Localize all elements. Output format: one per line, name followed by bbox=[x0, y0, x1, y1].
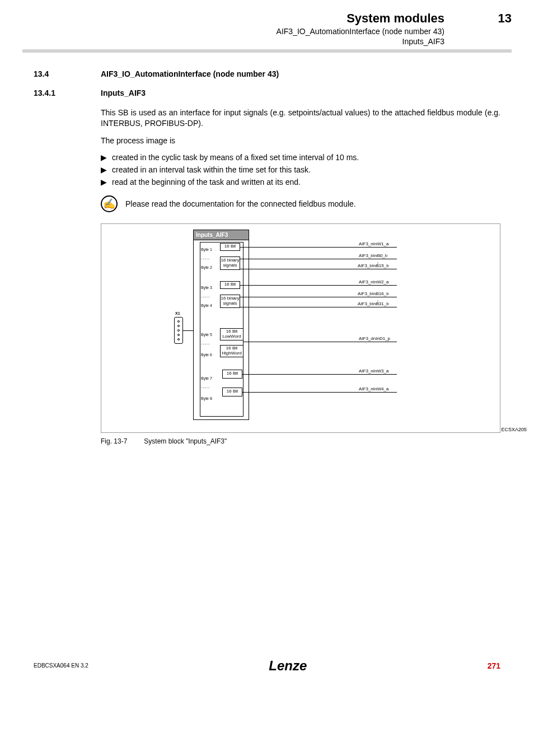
system-block-diagram: X1 Inputs_AIF3 Byte 1 ····· Byte 2 Byte … bbox=[101, 223, 500, 433]
signal-box: 16 Bit bbox=[220, 281, 240, 289]
subsection-number: 13.4.1 bbox=[34, 88, 101, 97]
byte-label: Byte 2 bbox=[201, 265, 212, 270]
byte-label: Byte 7 bbox=[201, 376, 212, 381]
byte-label: Byte 1 bbox=[201, 248, 212, 252]
paragraph-2: The process image is bbox=[101, 136, 500, 146]
signal-box: 16 Bit LowWord bbox=[220, 328, 243, 340]
signal-label: AIF3_bInB31_b bbox=[358, 301, 389, 306]
paragraph-1: This SB is used as an interface for inpu… bbox=[101, 108, 500, 129]
section-number: 13.4 bbox=[34, 69, 101, 78]
signal-label: AIF3_dnInD1_p bbox=[359, 336, 390, 341]
block-title: Inputs_AIF3 bbox=[194, 230, 249, 240]
signal-label: AIF3_nInW1_a bbox=[359, 241, 388, 246]
signal-box: 16 Bit bbox=[220, 243, 240, 251]
page-title: System modules bbox=[22, 11, 444, 26]
diagram-id: ECSXA205 bbox=[501, 427, 527, 432]
signal-box: 16 Bit HighWord bbox=[220, 345, 243, 357]
bullet-arrow-icon: ▶ bbox=[101, 178, 112, 186]
signal-box: 16 Bit bbox=[222, 388, 242, 396]
byte-label: Byte 4 bbox=[201, 304, 212, 308]
bullet-arrow-icon: ▶ bbox=[101, 165, 112, 174]
figure-caption: System block "Inputs_AIF3" bbox=[144, 437, 227, 445]
figure-number: Fig. 13-7 bbox=[101, 437, 127, 445]
signal-label: AIF3_nInW2_a bbox=[359, 279, 388, 284]
header-subtitle-2: Inputs_AIF3 bbox=[22, 37, 444, 46]
signal-label: AIF3_bInB0_b bbox=[359, 253, 387, 258]
byte-label: Byte 6 bbox=[201, 353, 212, 357]
bullet-1: created in the cyclic task by means of a… bbox=[112, 153, 359, 162]
tip-icon: ✍ bbox=[101, 195, 118, 212]
header-divider bbox=[22, 49, 512, 53]
subsection-title: Inputs_AIF3 bbox=[101, 88, 146, 97]
signal-box: 16 Bit bbox=[222, 370, 242, 379]
byte-label: Byte 8 bbox=[201, 396, 212, 401]
signal-box: 16 binary signals bbox=[220, 295, 240, 308]
bullet-arrow-icon: ▶ bbox=[101, 153, 112, 162]
signal-label: AIF3_nInW3_a bbox=[359, 368, 388, 374]
brand-logo: Lenze bbox=[269, 658, 307, 674]
chapter-number: 13 bbox=[478, 11, 512, 26]
byte-label: Byte 5 bbox=[201, 333, 212, 337]
signal-box: 16 binary signals bbox=[220, 256, 240, 270]
byte-label: Byte 3 bbox=[201, 286, 212, 290]
signal-label: AIF3_nInW4_a bbox=[359, 386, 388, 391]
bullet-2: created in an interval task within the t… bbox=[112, 165, 311, 174]
connector-x1 bbox=[174, 317, 183, 344]
signal-label: AIF3_bInB16_b bbox=[358, 291, 389, 296]
connector-label: X1 bbox=[175, 311, 180, 315]
bullet-3: read at the beginning of the task and wr… bbox=[112, 178, 301, 186]
header-subtitle-1: AIF3_IO_AutomationInterface (node number… bbox=[22, 27, 444, 36]
signal-label: AIF3_bInB15_b bbox=[358, 263, 389, 268]
footer-doc-id: EDBCSXA064 EN 3.2 bbox=[34, 662, 88, 669]
section-title: AIF3_IO_AutomationInterface (node number… bbox=[101, 69, 279, 78]
page-number: 271 bbox=[488, 661, 500, 670]
tip-text: Please read the documentation for the co… bbox=[125, 199, 356, 208]
